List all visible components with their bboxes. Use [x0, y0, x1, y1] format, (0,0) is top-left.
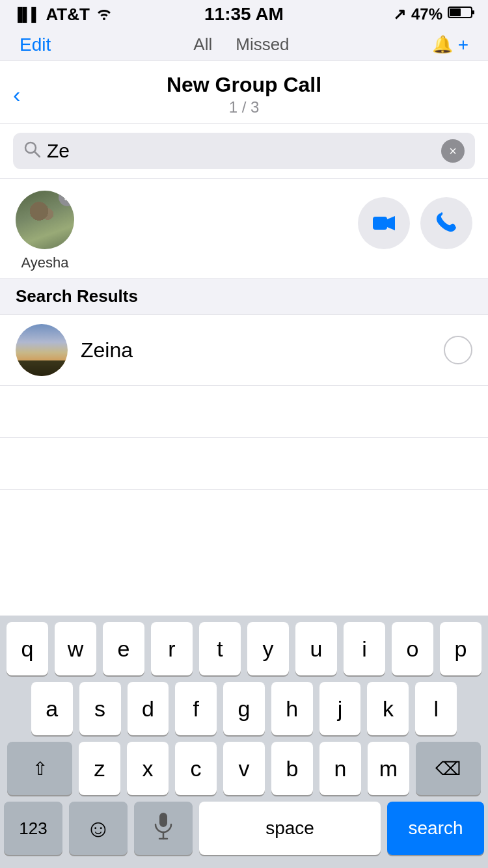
search-results-label: Search Results: [16, 286, 138, 306]
key-i[interactable]: i: [344, 622, 385, 675]
clear-search-button[interactable]: ×: [441, 139, 465, 163]
key-b[interactable]: b: [271, 742, 313, 795]
key-v[interactable]: v: [223, 742, 265, 795]
key-e[interactable]: e: [103, 622, 144, 675]
numbers-key[interactable]: 123: [4, 802, 62, 855]
contact-name-ayesha: Ayesha: [21, 254, 69, 271]
phone-call-button[interactable]: [420, 197, 472, 249]
clear-icon: ×: [449, 144, 457, 159]
key-d[interactable]: d: [128, 682, 169, 735]
key-t[interactable]: t: [199, 622, 241, 675]
key-r[interactable]: r: [151, 622, 193, 675]
svg-marker-6: [387, 216, 395, 230]
key-n[interactable]: n: [319, 742, 361, 795]
svg-rect-5: [373, 217, 387, 230]
key-s[interactable]: s: [79, 682, 121, 735]
key-f[interactable]: f: [175, 682, 217, 735]
selected-contacts-area: ✕ Ayesha: [0, 179, 488, 278]
key-u[interactable]: u: [295, 622, 337, 675]
key-p[interactable]: p: [440, 622, 481, 675]
search-key[interactable]: search: [387, 802, 484, 855]
search-bar: ×: [13, 133, 475, 169]
app-header-right: 🔔 +: [432, 34, 468, 55]
contact-avatar-ayesha: ✕: [16, 191, 74, 249]
battery-icon: [448, 5, 475, 23]
keyboard-row-3: ⇧ z x c v b n m ⌫: [4, 742, 484, 795]
app-header-bg: Edit All Missed 🔔 +: [0, 29, 488, 61]
call-actions: [358, 197, 472, 249]
key-q[interactable]: q: [7, 622, 48, 675]
key-g[interactable]: g: [223, 682, 265, 735]
key-m[interactable]: m: [368, 742, 409, 795]
status-left: ▐▌▌ AT&T: [13, 5, 113, 25]
battery-label: 47%: [411, 5, 442, 23]
selected-contact-chip: ✕ Ayesha: [16, 191, 74, 271]
key-c[interactable]: c: [175, 742, 217, 795]
key-z[interactable]: z: [79, 742, 120, 795]
status-time: 11:35 AM: [204, 4, 284, 25]
keyboard-bottom-row: 123 ☺ space search: [0, 798, 488, 868]
modal-subtitle: 1 / 3: [16, 98, 472, 116]
carrier-label: AT&T: [46, 5, 90, 25]
tab-all[interactable]: All: [182, 32, 224, 57]
contact-row-zeina[interactable]: Zeina: [0, 315, 488, 386]
notification-icon: 🔔: [432, 34, 453, 55]
key-x[interactable]: x: [127, 742, 169, 795]
contact-avatar-zeina: [16, 324, 68, 376]
svg-rect-7: [159, 813, 167, 827]
emoji-key[interactable]: ☺: [69, 802, 128, 855]
video-call-button[interactable]: [358, 197, 410, 249]
modal-title: New Group Call: [16, 73, 472, 97]
keyboard: q w e r t y u i o p a s d f g h j k l ⇧: [0, 616, 488, 868]
space-key[interactable]: space: [199, 802, 381, 855]
key-l[interactable]: l: [415, 682, 457, 735]
mic-icon: [153, 811, 174, 845]
key-w[interactable]: w: [55, 622, 96, 675]
search-results-section-header: Search Results: [0, 278, 488, 315]
delete-key[interactable]: ⌫: [416, 742, 481, 795]
new-call-icon[interactable]: +: [458, 34, 468, 55]
status-right: ↗ 47%: [393, 5, 475, 23]
selected-contacts-list: ✕ Ayesha: [16, 191, 74, 271]
delete-icon: ⌫: [435, 758, 461, 780]
search-input[interactable]: [47, 140, 435, 162]
key-k[interactable]: k: [367, 682, 409, 735]
emoji-icon: ☺: [86, 815, 111, 843]
svg-rect-2: [450, 8, 461, 16]
signal-bars-icon: ▐▌▌: [13, 7, 41, 22]
empty-row-2: [0, 438, 488, 490]
empty-row-1: [0, 386, 488, 438]
search-bar-container: ×: [0, 124, 488, 179]
microphone-key[interactable]: [134, 802, 193, 855]
tab-missed[interactable]: Missed: [224, 32, 301, 57]
svg-rect-1: [472, 10, 474, 14]
status-bar: ▐▌▌ AT&T 11:35 AM ↗ 47%: [0, 0, 488, 29]
key-y[interactable]: y: [247, 622, 289, 675]
wifi-icon: [95, 5, 113, 25]
svg-line-4: [34, 152, 40, 157]
key-a[interactable]: a: [31, 682, 73, 735]
key-o[interactable]: o: [392, 622, 433, 675]
modal-title-block: New Group Call 1 / 3: [16, 73, 472, 116]
keyboard-row-2: a s d f g h j k l: [4, 682, 484, 735]
shift-key[interactable]: ⇧: [7, 742, 72, 795]
key-h[interactable]: h: [271, 682, 313, 735]
back-button[interactable]: ‹: [13, 82, 20, 107]
search-icon: [23, 141, 40, 162]
contact-name-zeina: Zeina: [81, 338, 444, 362]
modal-header: ‹ New Group Call 1 / 3: [0, 61, 488, 124]
key-j[interactable]: j: [319, 682, 361, 735]
edit-button[interactable]: Edit: [20, 34, 51, 55]
location-icon: ↗: [393, 5, 406, 23]
contact-select-radio-zeina[interactable]: [444, 336, 472, 364]
app-header-tabs: All Missed: [182, 32, 301, 57]
keyboard-row-1: q w e r t y u i o p: [4, 622, 484, 675]
